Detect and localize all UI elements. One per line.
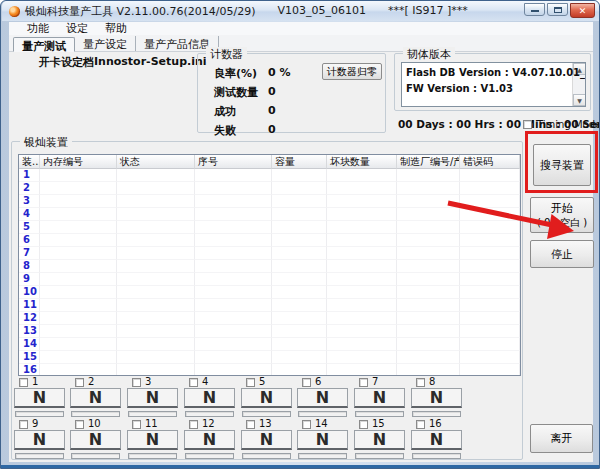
- table-cell: [40, 195, 117, 208]
- row-index: 3: [19, 195, 40, 208]
- table-row-2[interactable]: 2: [19, 182, 520, 195]
- slot-checkbox-13[interactable]: [246, 420, 255, 429]
- table-cell: [460, 364, 520, 376]
- table-cell: [272, 182, 327, 195]
- table-row-14[interactable]: 14: [19, 338, 520, 351]
- slot-checkbox-7[interactable]: [359, 378, 368, 387]
- slot-checkbox-row: 14: [302, 419, 328, 429]
- table-row-15[interactable]: 15: [19, 351, 520, 364]
- slot-number: 2: [88, 377, 94, 387]
- close-button[interactable]: ✕: [570, 3, 595, 18]
- table-row-1[interactable]: 1: [19, 169, 520, 182]
- table-cell: [460, 247, 520, 260]
- slot-checkbox-15[interactable]: [359, 420, 368, 429]
- slot-9: 9N: [14, 419, 70, 459]
- maximize-button[interactable]: [547, 3, 568, 16]
- config-value: Innostor-Setup.ini: [94, 55, 207, 68]
- tab-1[interactable]: 量产设定: [75, 36, 136, 51]
- start-button[interactable]: 开始 ( 0 / 空白 ): [530, 197, 594, 233]
- slot-checkbox-row: 8: [416, 377, 435, 387]
- slot-checkbox-16[interactable]: [416, 420, 425, 429]
- slot-checkbox-5[interactable]: [246, 378, 255, 387]
- counter-group-title: 计数器: [206, 47, 247, 62]
- table-row-13[interactable]: 13: [19, 325, 520, 338]
- slot-checkbox-row: 15: [359, 419, 385, 429]
- client-area: 功能设定帮助 量产测试量产设定量产产品信息 开卡设定档 Innostor-Set…: [9, 22, 593, 462]
- table-cell: [272, 169, 327, 182]
- table-cell: [195, 234, 272, 247]
- table-cell: [327, 195, 397, 208]
- slot-number: 13: [259, 419, 272, 429]
- table-cell: [397, 234, 460, 247]
- table-cell: [397, 286, 460, 299]
- tab-0[interactable]: 量产测试: [13, 37, 75, 52]
- slot-16: 16N: [411, 419, 467, 459]
- table-row-8[interactable]: 8: [19, 260, 520, 273]
- slot-progressbar-14: [298, 453, 347, 459]
- header-cell-7[interactable]: 错误码: [460, 155, 520, 169]
- slot-8: 8N: [411, 377, 467, 417]
- header-cell-0[interactable]: 装...: [19, 155, 40, 169]
- table-row-6[interactable]: 6: [19, 234, 520, 247]
- menu-item-0[interactable]: 功能: [27, 23, 49, 35]
- counter-group: 计数器 良率(%)0 %测试数量0成功0失败0 计数器归零: [197, 53, 386, 133]
- slot-checkbox-10[interactable]: [75, 420, 84, 429]
- stop-button[interactable]: 停止: [530, 240, 594, 268]
- table-cell: [460, 182, 520, 195]
- slot-2: 2N: [70, 377, 126, 417]
- slot-7: 7N: [354, 377, 410, 417]
- timing-mode-checkbox[interactable]: [523, 120, 532, 129]
- table-cell: [327, 299, 397, 312]
- table-row-5[interactable]: 5: [19, 221, 520, 234]
- menu-item-1[interactable]: 设定: [66, 23, 88, 35]
- header-cell-1[interactable]: 内存编号: [40, 155, 117, 169]
- slot-checkbox-1[interactable]: [19, 378, 28, 387]
- slot-checkbox-row: 7: [359, 377, 378, 387]
- table-row-3[interactable]: 3: [19, 195, 520, 208]
- close-icon: ✕: [579, 6, 587, 16]
- slot-3: 3N: [127, 377, 183, 417]
- slot-checkbox-9[interactable]: [19, 420, 28, 429]
- slot-checkbox-12[interactable]: [189, 420, 198, 429]
- config-label: 开卡设定档: [39, 55, 94, 70]
- table-row-12[interactable]: 12: [19, 312, 520, 325]
- slot-progressbar-10: [71, 453, 120, 459]
- table-cell: [460, 260, 520, 273]
- slot-checkbox-8[interactable]: [416, 378, 425, 387]
- slot-checkbox-2[interactable]: [75, 378, 84, 387]
- table-row-16[interactable]: 16: [19, 364, 520, 376]
- counter-value-2: 0: [268, 104, 276, 117]
- header-cell-4[interactable]: 容量: [272, 155, 327, 169]
- row-index: 8: [19, 260, 40, 273]
- slot-checkbox-4[interactable]: [189, 378, 198, 387]
- header-cell-3[interactable]: 序号: [195, 155, 272, 169]
- row-index: 12: [19, 312, 40, 325]
- table-row-9[interactable]: 9: [19, 273, 520, 286]
- table-cell: [397, 182, 460, 195]
- header-cell-2[interactable]: 状态: [117, 155, 195, 169]
- exit-button[interactable]: 离开: [530, 424, 593, 453]
- table-row-7[interactable]: 7: [19, 247, 520, 260]
- reset-counter-button[interactable]: 计数器归零: [322, 63, 382, 80]
- table-cell: [460, 312, 520, 325]
- slot-checkbox-11[interactable]: [132, 420, 141, 429]
- table-cell: [272, 299, 327, 312]
- table-cell: [117, 182, 195, 195]
- table-cell: [272, 221, 327, 234]
- slot-checkbox-14[interactable]: [302, 420, 311, 429]
- slot-11: 11N: [127, 419, 183, 459]
- table-cell: [40, 273, 117, 286]
- minimize-button[interactable]: [524, 3, 545, 16]
- scroll-down-button[interactable]: ▼: [573, 94, 586, 106]
- menu-item-2[interactable]: 帮助: [105, 23, 127, 35]
- table-row-4[interactable]: 4: [19, 208, 520, 221]
- header-cell-6[interactable]: 制造厂编号/产...: [397, 155, 460, 169]
- slot-checkbox-6[interactable]: [302, 378, 311, 387]
- slot-5: 5N: [241, 377, 297, 417]
- slot-checkbox-3[interactable]: [132, 378, 141, 387]
- header-cell-5[interactable]: 坏块数量: [327, 155, 397, 169]
- table-row-11[interactable]: 11: [19, 299, 520, 312]
- table-row-10[interactable]: 10: [19, 286, 520, 299]
- search-device-button[interactable]: 搜寻装置: [533, 144, 591, 186]
- table-cell: [397, 195, 460, 208]
